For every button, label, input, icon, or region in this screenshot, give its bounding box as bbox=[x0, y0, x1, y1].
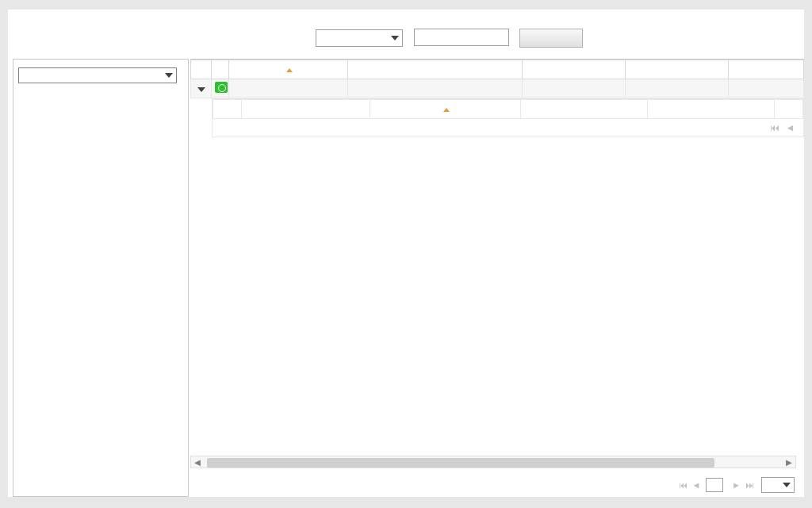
sub-col-extra[interactable] bbox=[774, 100, 802, 119]
col-ssids[interactable] bbox=[626, 60, 729, 79]
ap-channels bbox=[729, 79, 804, 98]
search-input[interactable] bbox=[414, 29, 509, 46]
sub-col-mac[interactable] bbox=[647, 100, 774, 119]
scrollbar-thumb[interactable] bbox=[207, 458, 714, 468]
pager-first-icon[interactable]: ⏮ bbox=[770, 122, 779, 133]
sub-col-ssid[interactable] bbox=[370, 100, 520, 119]
pager-last-icon[interactable]: ⏭ bbox=[745, 480, 754, 490]
col-ip[interactable] bbox=[348, 60, 523, 79]
sub-col-client[interactable] bbox=[241, 100, 370, 119]
col-type[interactable] bbox=[523, 60, 626, 79]
chevron-down-icon bbox=[165, 73, 173, 78]
sort-asc-icon bbox=[286, 68, 293, 72]
sub-col-ip[interactable] bbox=[520, 100, 647, 119]
scroll-left-icon[interactable]: ◄ bbox=[191, 456, 204, 468]
ap-status-icon bbox=[215, 82, 228, 93]
pager-next-icon[interactable]: ► bbox=[732, 480, 741, 490]
scroll-right-icon[interactable]: ► bbox=[783, 456, 795, 468]
show-select[interactable] bbox=[316, 29, 403, 47]
ap-ssids bbox=[626, 79, 729, 98]
group-by-select[interactable] bbox=[18, 67, 177, 83]
ap-type bbox=[523, 79, 626, 98]
sort-asc-icon bbox=[443, 108, 450, 112]
pager-prev-icon[interactable]: ◄ bbox=[692, 480, 701, 490]
collapse-icon[interactable] bbox=[197, 87, 205, 92]
chevron-down-icon bbox=[391, 36, 399, 40]
sidebar bbox=[13, 59, 189, 497]
pager-prev-icon[interactable]: ◄ bbox=[786, 122, 795, 133]
page-size-select[interactable] bbox=[761, 477, 795, 493]
chevron-down-icon bbox=[783, 483, 791, 487]
horizontal-scrollbar[interactable]: ◄ ► bbox=[190, 456, 796, 468]
col-access-point[interactable] bbox=[229, 60, 348, 79]
main-grid-area: ⏮ ◄ ◄ ► ⏮ ◄ bbox=[190, 59, 804, 497]
col-channels[interactable] bbox=[729, 60, 804, 79]
pager-first-icon[interactable]: ⏮ bbox=[679, 480, 688, 490]
ap-name[interactable] bbox=[229, 79, 348, 98]
search-button[interactable] bbox=[519, 29, 583, 48]
ap-ip bbox=[348, 79, 523, 98]
pager-page-input[interactable] bbox=[706, 478, 723, 492]
